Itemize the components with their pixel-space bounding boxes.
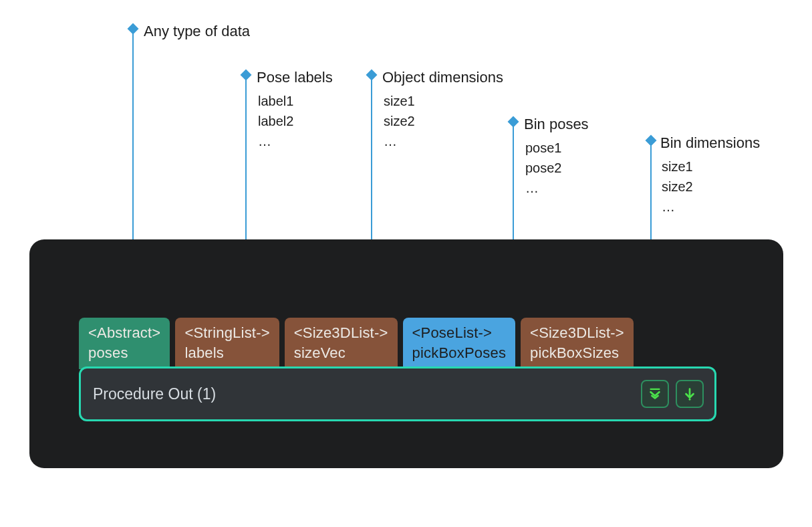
annotation-pose-labels: Pose labels label1 label2 … — [257, 66, 333, 151]
annotation-bin-poses: Bin poses pose1 pose2 … — [524, 113, 589, 198]
annotation-item: size1 — [662, 156, 760, 177]
arrow-down-icon — [682, 387, 697, 401]
annotation-bin-dims: Bin dimensions size1 size2 … — [660, 132, 760, 217]
annotation-item: … — [662, 197, 760, 217]
annotation-item: size1 — [384, 91, 503, 111]
annotation-item: size2 — [662, 177, 760, 197]
port-name: labels — [184, 343, 269, 363]
node-title: Procedure Out (1) — [93, 385, 641, 403]
port-type: <Size3DList-> — [530, 323, 624, 343]
annotation-title: Any type of data — [144, 20, 250, 42]
procedure-out-node[interactable]: Procedure Out (1) — [79, 366, 716, 421]
svg-point-8 — [689, 399, 691, 401]
port-name: pickBoxSizes — [530, 343, 624, 363]
annotation-item: label2 — [258, 111, 333, 131]
annotation-title: Bin dimensions — [660, 132, 760, 154]
annotation-any-data: Any type of data — [144, 20, 250, 45]
annotation-item: pose1 — [525, 138, 589, 158]
annotation-item: size2 — [384, 111, 503, 131]
port-type: <PoseList-> — [412, 323, 507, 343]
port-type: <Size3DList-> — [294, 323, 388, 343]
port-type: <Abstract> — [88, 323, 160, 343]
annotation-title: Pose labels — [257, 66, 333, 88]
port-sizevec[interactable]: <Size3DList-> sizeVec — [285, 318, 398, 369]
annotation-object-dims: Object dimensions size1 size2 … — [382, 66, 503, 151]
download-button[interactable] — [676, 380, 704, 408]
annotation-item: … — [525, 178, 589, 198]
port-labels[interactable]: <StringList-> labels — [175, 318, 279, 369]
double-chevron-down-icon — [648, 387, 662, 401]
port-pickboxsizes[interactable]: <Size3DList-> pickBoxSizes — [521, 318, 634, 369]
annotation-item: label1 — [258, 91, 333, 111]
annotation-title: Bin poses — [524, 113, 589, 135]
port-name: sizeVec — [294, 343, 388, 363]
port-poses[interactable]: <Abstract> poses — [79, 318, 170, 369]
annotation-title: Object dimensions — [382, 66, 503, 88]
annotation-item: … — [384, 131, 503, 151]
port-pickboxposes[interactable]: <PoseList-> pickBoxPoses — [403, 318, 516, 369]
expand-down-button[interactable] — [641, 380, 669, 408]
annotation-item: … — [258, 131, 333, 151]
port-type: <StringList-> — [184, 323, 269, 343]
port-name: pickBoxPoses — [412, 343, 507, 363]
svg-rect-6 — [650, 389, 660, 390]
port-name: poses — [88, 343, 160, 363]
ports-row: <Abstract> poses <StringList-> labels <S… — [79, 318, 634, 369]
node-action-buttons — [641, 380, 704, 408]
annotation-item: pose2 — [525, 158, 589, 178]
